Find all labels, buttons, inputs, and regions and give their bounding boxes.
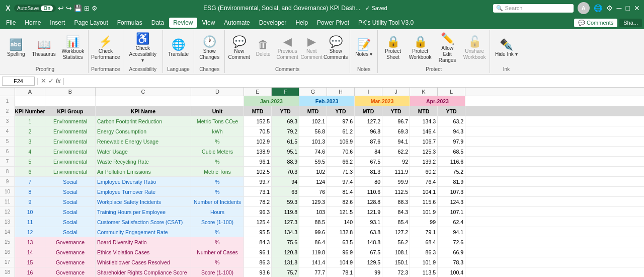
cell-K16[interactable]: 86.3 (410, 247, 438, 257)
cell-E11[interactable]: 78.2 (244, 197, 272, 206)
cell-D17[interactable]: % (191, 257, 244, 267)
cell-L11[interactable]: 124.3 (438, 197, 465, 206)
cell-C7[interactable]: Waste Recycling Rate (96, 157, 191, 166)
cell-G6[interactable]: 74.6 (299, 147, 327, 156)
cell-H17[interactable]: 104.9 (327, 257, 355, 267)
cell-G4[interactable]: 56.8 (299, 126, 327, 136)
cell-C14[interactable]: Community Engagement Rate (96, 227, 191, 237)
cell-H13[interactable]: 140 (327, 217, 355, 227)
cell-A17[interactable]: 15 (15, 257, 45, 267)
col-header-H[interactable]: H (327, 88, 355, 96)
cell-G14[interactable]: 99.6 (299, 227, 327, 237)
cell-E7[interactable]: 96.1 (244, 157, 272, 166)
maximize-icon[interactable]: □ (626, 4, 630, 12)
cell-L6[interactable]: 68.5 (438, 147, 465, 156)
formula-fx-label[interactable]: fx (56, 77, 61, 85)
cell-A8[interactable]: 6 (15, 167, 45, 176)
cell-A12[interactable]: 10 (15, 207, 45, 217)
col-header-L[interactable]: L (438, 88, 465, 96)
menu-developer[interactable]: Developer (255, 18, 291, 28)
cell-A11[interactable]: 9 (15, 197, 45, 206)
cell-K18[interactable]: 113.5 (410, 267, 438, 277)
col-header-E[interactable]: E (244, 88, 272, 96)
cell-I7[interactable]: 67.5 (355, 157, 382, 166)
previous-comment-button[interactable]: ◀ Previous Comment (275, 34, 299, 62)
close-icon[interactable]: ✕ (634, 4, 640, 12)
formula-input[interactable] (66, 78, 642, 84)
settings-icon[interactable]: ⚙ (606, 4, 613, 12)
cell-J6[interactable]: 62.2 (382, 147, 410, 156)
cell-E15[interactable]: 84.3 (244, 237, 272, 247)
cell-J10[interactable]: 112.5 (382, 187, 410, 196)
cell-J13[interactable]: 85.4 (382, 217, 410, 227)
cell-G2[interactable]: MTD (299, 106, 327, 116)
cell-G1-feb[interactable]: Feb-2023 (299, 96, 355, 106)
spelling-button[interactable]: 🔤 Spelling (4, 37, 28, 59)
cell-K4[interactable]: 146.4 (410, 126, 438, 136)
undo-icon[interactable]: ↩ (58, 4, 64, 12)
cell-F15[interactable]: 75.6 (272, 237, 299, 247)
cell-C5[interactable]: Renewable Energy Usage (96, 136, 191, 146)
cell-E12[interactable]: 96.3 (244, 207, 272, 217)
menu-power-pivot[interactable]: Power Pivot (313, 18, 353, 28)
unshare-workbook-button[interactable]: 🔓 Unshare Workbook (461, 34, 488, 62)
menu-formulas[interactable]: Formulas (113, 18, 146, 28)
cell-E4[interactable]: 70.5 (244, 126, 272, 136)
check-accessibility-button[interactable]: ♿ Check Accessibility ▾ (125, 31, 160, 65)
minimize-icon[interactable]: ─ (617, 4, 622, 12)
cell-C2[interactable]: KPI Name (96, 106, 191, 116)
cell-I1-mar[interactable]: Mar-2023 (355, 96, 410, 106)
cell-J12[interactable]: 84.3 (382, 207, 410, 217)
cell-A7[interactable]: 5 (15, 157, 45, 166)
menu-page-layout[interactable]: Page Layout (70, 18, 112, 28)
cell-E10[interactable]: 73.1 (244, 187, 272, 196)
cell-B16[interactable]: Governance (45, 247, 96, 257)
cell-I3[interactable]: 127.2 (355, 116, 382, 126)
cell-B5[interactable]: Environmental (45, 136, 96, 146)
cell-A18[interactable]: 16 (15, 267, 45, 277)
cell-J8[interactable]: 111.9 (382, 167, 410, 176)
cell-B15[interactable]: Governance (45, 237, 96, 247)
cell-C13[interactable]: Customer Satisfaction Score (CSAT) (96, 217, 191, 227)
check-performance-button[interactable]: ⚡ Check Performance (91, 34, 121, 62)
cell-C16[interactable]: Ethics Violation Cases (96, 247, 191, 257)
cell-F3[interactable]: 69.3 (272, 116, 299, 126)
cell-B7[interactable]: Environmental (45, 157, 96, 166)
cell-F11[interactable]: 59.3 (272, 197, 299, 206)
cell-F7[interactable]: 88.9 (272, 157, 299, 166)
cell-G15[interactable]: 86.4 (299, 237, 327, 247)
menu-home[interactable]: Home (21, 18, 45, 28)
col-header-J[interactable]: J (382, 88, 410, 96)
cell-G8[interactable]: 102 (299, 167, 327, 176)
cell-C3[interactable]: Carbon Footprint Reduction (96, 116, 191, 126)
col-header-K[interactable]: K (410, 88, 438, 96)
cell-D1[interactable] (191, 96, 244, 106)
cell-E6[interactable]: 138.9 (244, 147, 272, 156)
cell-L17[interactable]: 78.3 (438, 257, 465, 267)
cell-L2[interactable]: YTD (438, 106, 465, 116)
autosave-state[interactable]: On (41, 6, 53, 11)
cell-G9[interactable]: 124 (299, 177, 327, 186)
cell-E18[interactable]: 93.6 (244, 267, 272, 277)
cell-C8[interactable]: Air Pollution Emissions (96, 167, 191, 176)
translate-button[interactable]: 🌐 Translate (165, 37, 192, 59)
cell-G12[interactable]: 103 (299, 207, 327, 217)
menu-data[interactable]: Data (147, 18, 168, 28)
cell-H8[interactable]: 71.3 (327, 167, 355, 176)
cell-I10[interactable]: 110.6 (355, 187, 382, 196)
cell-H10[interactable]: 81.4 (327, 187, 355, 196)
cell-E9[interactable]: 99.7 (244, 177, 272, 186)
cell-D12[interactable]: Hours (191, 207, 244, 217)
cell-H12[interactable]: 121.5 (327, 207, 355, 217)
cell-F12[interactable]: 119.8 (272, 207, 299, 217)
save-icon[interactable]: 💾 (74, 5, 82, 12)
cell-L5[interactable]: 97.9 (438, 136, 465, 146)
cell-C15[interactable]: Board Diversity Ratio (96, 237, 191, 247)
cell-L18[interactable]: 100.4 (438, 267, 465, 277)
cell-D3[interactable]: Metric Tons CO₂e (191, 116, 244, 126)
cell-K11[interactable]: 115.6 (410, 197, 438, 206)
cell-A3[interactable]: 1 (15, 116, 45, 126)
cell-A4[interactable]: 2 (15, 126, 45, 136)
show-comments-button[interactable]: 💬 Show Comments (324, 34, 348, 62)
cell-B12[interactable]: Social (45, 207, 96, 217)
